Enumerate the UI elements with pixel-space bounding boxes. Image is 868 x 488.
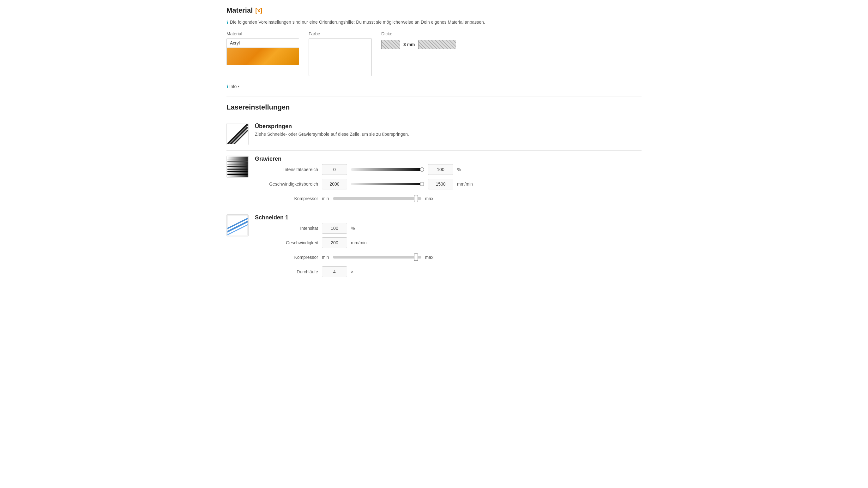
kompressor-gravieren-row: Kompressor min max (255, 193, 476, 204)
gravieren-title: Gravieren (255, 156, 642, 162)
geschwindigkeitsbereich-row: Geschwindigkeitsbereich mm/min (255, 178, 476, 189)
intensitaet-unit: % (351, 226, 370, 231)
schneiden1-title: Schneiden 1 (255, 214, 642, 221)
uberspringen-content: Überspringen Ziehe Schneide- oder Gravie… (255, 123, 642, 140)
kompressor-gravieren-slider[interactable] (333, 193, 422, 204)
info-dropdown-label: Info (229, 84, 237, 89)
schneiden1-content: Schneiden 1 Intensität % Geschwindigkeit… (255, 214, 642, 277)
geschwindigkeit-label: Geschwindigkeit (255, 240, 318, 245)
geschwindigkeit-input[interactable] (322, 237, 347, 248)
info-dropdown-button[interactable]: ℹ Info ▾ (226, 83, 642, 90)
gravieren-content: Gravieren Intensitätsbereich % (255, 156, 642, 204)
durchlaufe-input[interactable] (322, 266, 347, 277)
uberspringen-title: Überspringen (255, 123, 642, 130)
intensitaets-track (351, 168, 424, 171)
svg-rect-13 (227, 215, 248, 235)
info-circle-icon: ℹ (226, 20, 228, 25)
intensitaets-max-input[interactable] (428, 164, 453, 175)
material-close-button[interactable]: [x] (255, 7, 262, 14)
kompressor-schneiden-max: max (425, 255, 433, 260)
gravieren-settings: Intensitätsbereich % Geschwindigkeitsber… (255, 164, 476, 204)
kompressor-schneiden-label: Kompressor (255, 255, 318, 260)
geschwindigkeits-slider[interactable] (351, 178, 424, 189)
farbe-field-group: Farbe (309, 31, 372, 76)
kompressor-schneiden-thumb[interactable] (414, 254, 418, 261)
material-notice: ℹ Die folgenden Voreinstellungen sind nu… (226, 20, 642, 25)
intensitaets-thumb[interactable] (420, 167, 424, 172)
geschwindigkeits-min-input[interactable] (322, 178, 347, 189)
intensitaet-label: Intensität (255, 226, 318, 231)
intensitaets-min-input[interactable] (322, 164, 347, 175)
durchlaufe-row: Durchläufe × (255, 266, 476, 277)
dicke-label: Dicke (381, 31, 456, 36)
dicke-visual: 3 mm (381, 38, 456, 51)
kompressor-gravieren-max: max (425, 196, 433, 201)
hatch-right (418, 40, 456, 49)
uberspringen-icon (226, 123, 249, 145)
intensitaets-unit: % (457, 167, 476, 172)
uberspringen-description: Ziehe Schneide- oder Graviersymbole auf … (255, 132, 642, 137)
material-select[interactable]: Acryl (226, 38, 299, 65)
laser-section: Lasereinstellungen Überspringen Ziehe Sc… (226, 103, 642, 282)
material-color-swatch (227, 48, 299, 65)
kompressor-gravieren-min: min (322, 196, 329, 201)
farbe-picker[interactable] (309, 38, 372, 76)
intensitaetsbereich-row: Intensitätsbereich % (255, 164, 476, 175)
gravieren-icon (226, 156, 249, 178)
geschwindigkeit-row: Geschwindigkeit mm/min (255, 237, 476, 248)
geschwindigkeits-thumb[interactable] (420, 182, 424, 186)
geschwindigkeit-unit: mm/min (351, 240, 370, 245)
kompressor-gravieren-label: Kompressor (255, 196, 318, 201)
kompressor-schneiden-row: Kompressor min max (255, 252, 476, 263)
kompressor-schneiden-min: min (322, 255, 329, 260)
kompressor-gravieren-thumb[interactable] (414, 195, 418, 202)
section-divider (226, 97, 642, 97)
intensitaets-slider[interactable] (351, 164, 424, 175)
kompressor-gravieren-track (333, 197, 422, 200)
kompressor-schneiden-slider[interactable] (333, 252, 422, 263)
geschwindigkeits-track (351, 183, 424, 185)
durchlaufe-unit: × (351, 269, 370, 274)
material-label: Material (226, 31, 299, 36)
schneiden1-settings: Intensität % Geschwindigkeit mm/min Komp… (255, 223, 476, 277)
material-select-value: Acryl (227, 38, 299, 48)
intensitaet-row: Intensität % (255, 223, 476, 234)
laser-row-uberspringen: Überspringen Ziehe Schneide- oder Gravie… (226, 118, 642, 150)
geschwindigkeits-max-input[interactable] (428, 178, 453, 189)
laser-row-schneiden1: Schneiden 1 Intensität % Geschwindigkeit… (226, 209, 642, 282)
dicke-field-group: Dicke 3 mm (381, 31, 456, 51)
material-field-group: Material Acryl (226, 31, 299, 65)
schneiden1-icon (226, 214, 249, 236)
hatch-left (381, 40, 400, 49)
info-icon: ℹ (226, 84, 228, 89)
geschwindigkeitsbereich-label: Geschwindigkeitsbereich (255, 182, 318, 187)
intensitaetsbereich-label: Intensitätsbereich (255, 167, 318, 172)
dicke-value: 3 mm (401, 42, 417, 47)
geschwindigkeits-unit: mm/min (457, 182, 476, 187)
kompressor-schneiden-track (333, 256, 422, 259)
durchlaufe-label: Durchläufe (255, 269, 318, 274)
laser-row-gravieren: Gravieren Intensitätsbereich % (226, 150, 642, 209)
laser-section-title: Lasereinstellungen (226, 103, 642, 111)
intensitaet-input[interactable] (322, 223, 347, 234)
farbe-label: Farbe (309, 31, 372, 36)
material-title: Material (226, 6, 253, 14)
chevron-down-icon: ▾ (238, 85, 240, 88)
